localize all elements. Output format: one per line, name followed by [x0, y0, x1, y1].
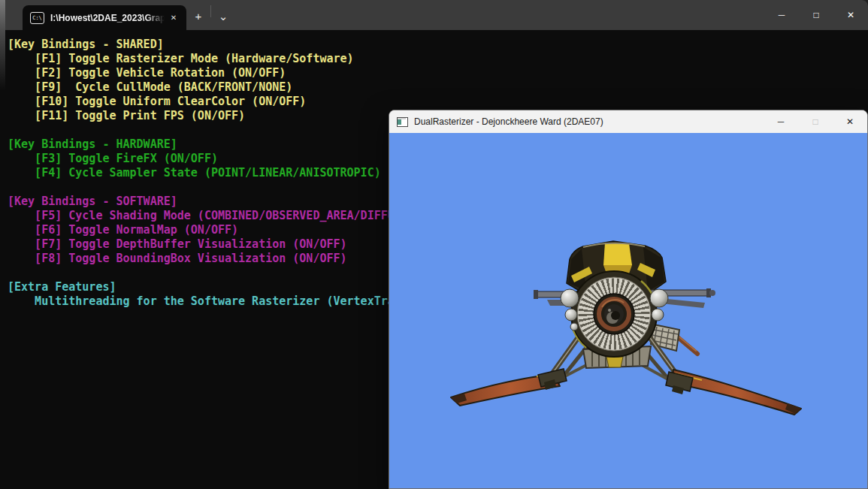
tab-dropdown-button[interactable]: ⌄ — [211, 5, 235, 30]
viewer-maximize-button[interactable]: □ — [798, 110, 833, 133]
vehicle-hub-layer — [389, 133, 867, 488]
terminal-minimize-button[interactable]: ─ — [764, 0, 799, 30]
viewer-viewport — [389, 133, 867, 488]
viewer-window-title: DualRasterizer - Dejonckheere Ward (2DAE… — [414, 116, 603, 127]
terminal-tab[interactable]: C:\ I:\Howest\2DAE_2023\Graphi ✕ — [23, 5, 186, 30]
viewer-caption-buttons: ─ □ ✕ — [764, 110, 867, 133]
terminal-tab-title: I:\Howest\2DAE_2023\Graphi — [50, 13, 167, 23]
terminal-section-shared: [Key Bindings - SHARED] [F1] Toggle Rast… — [8, 38, 354, 122]
tab-close-icon[interactable]: ✕ — [167, 11, 180, 25]
terminal-section-extra: [Extra Features] Multithreading for the … — [8, 280, 395, 308]
viewer-window: DualRasterizer - Dejonckheere Ward (2DAE… — [389, 110, 868, 489]
vehicle-3d-render — [389, 133, 867, 488]
viewer-titlebar[interactable]: DualRasterizer - Dejonckheere Ward (2DAE… — [389, 110, 867, 133]
background-window-edge — [0, 0, 5, 90]
terminal-section-hardware: [Key Bindings - HARDWARE] [F3] Toggle Fi… — [8, 137, 381, 180]
terminal-section-software: [Key Bindings - SOFTWARE] [F5] Cycle Sha… — [8, 195, 395, 265]
terminal-close-button[interactable]: ✕ — [833, 0, 868, 30]
viewer-minimize-button[interactable]: ─ — [764, 110, 798, 133]
terminal-titlebar[interactable]: C:\ I:\Howest\2DAE_2023\Graphi ✕ + ⌄ ─ □… — [0, 0, 868, 30]
viewer-close-button[interactable]: ✕ — [833, 110, 867, 133]
terminal-maximize-button[interactable]: □ — [799, 0, 833, 30]
terminal-caption-buttons: ─ □ ✕ — [764, 0, 868, 30]
cmd-prompt-icon: C:\ — [30, 12, 44, 24]
new-tab-button[interactable]: + — [186, 5, 210, 30]
app-window-icon — [396, 116, 408, 128]
